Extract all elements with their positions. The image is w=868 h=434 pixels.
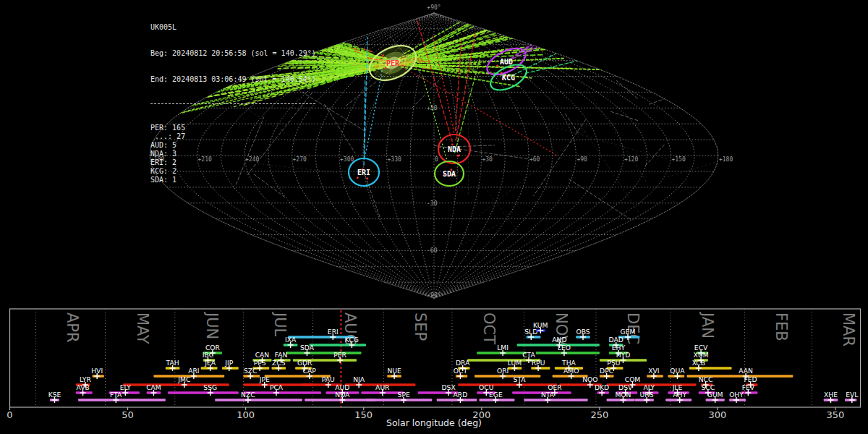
shower-label-SDA: SDA [300, 344, 315, 352]
shower-label-AHY: AHY [673, 391, 686, 399]
shower-label-SZC: SZC [244, 367, 258, 375]
shower-label-AMO: AMO [563, 367, 579, 375]
shower-label-LUM: LUM [508, 359, 522, 367]
shower-label-STA: STA [513, 375, 526, 383]
shower-label-IBC: IBC [203, 351, 213, 359]
shower-label-THA: THA [561, 359, 576, 367]
shower-label-CTA: CTA [522, 351, 535, 359]
shower-label-MON: MON [615, 391, 631, 399]
shower-label-DKD: DKD [595, 383, 609, 391]
shower-bar-ORI [475, 375, 540, 378]
shower-label-CAN: CAN [255, 351, 270, 359]
shower-label-JEA: JEA [204, 359, 216, 367]
shower-bar-ARD [437, 399, 477, 401]
shower-label-XCB: XCB [692, 359, 705, 367]
shower-label-NDA: NDA [335, 391, 350, 399]
shower-label-ARD: ARD [454, 391, 468, 399]
shower-bar-NTA [524, 399, 588, 401]
shower-label-JPE: JPE [259, 375, 270, 383]
shower-label-SPE: SPE [398, 391, 410, 399]
shower-label-RPU: RPU [532, 359, 545, 367]
shower-bars: ERISLDOBSGEMKUMIXAKCGANDDADCORSDALMILEOE… [48, 321, 859, 404]
svg-text:+30: +30 [427, 105, 438, 111]
meteor-analysis-screen: +180+150+120+90+60+300+330+300+270+240+2… [0, 0, 868, 434]
shower-label-NCC: NCC [699, 375, 713, 383]
shower-label-FEV: FEV [742, 383, 755, 391]
shower-label-NUE: NUE [387, 367, 401, 375]
shower-label-CAM: CAM [146, 383, 161, 391]
shower-label-IXA: IXA [285, 336, 297, 344]
begin-time: Beg: 20240812 20:56:58 (sol = 140.29°) [150, 49, 316, 58]
svg-text:+90°: +90° [427, 4, 441, 11]
station-id: UK005L [150, 23, 316, 32]
shower-label-DAD: DAD [609, 336, 624, 344]
shower-label-HYD: HYD [616, 351, 631, 359]
shower-bar-SPE [366, 399, 432, 401]
shower-label-NOO: NOO [582, 375, 597, 383]
svg-text:0: 0 [435, 156, 438, 163]
shower-bar-STA [458, 383, 557, 386]
radiant-label-SDA: SDA [443, 170, 456, 178]
shower-label-ARI: ARI [188, 367, 199, 375]
shower-label-DPC: DPC [600, 367, 613, 375]
shower-bar-DSX [418, 391, 458, 394]
x-tick-label: 300 [709, 409, 727, 420]
x-tick-label: 50 [122, 409, 134, 420]
x-tick-label: 100 [237, 409, 255, 420]
shower-label-SSG: SSG [203, 383, 217, 391]
shower-label-URS: URS [640, 391, 654, 399]
shower-label-QUA: QUA [670, 367, 685, 375]
month-label-MAR: MAR [840, 312, 857, 346]
month-label-MAY: MAY [134, 312, 151, 344]
shower-bar-CAP [265, 375, 331, 378]
svg-text:-90°: -90° [427, 292, 441, 299]
radiant-label-PER: PER [386, 59, 400, 67]
shower-label-KUM: KUM [533, 321, 548, 329]
month-label-FEB: FEB [773, 312, 790, 341]
svg-text:+60: +60 [529, 156, 540, 163]
shower-label-HVI: HVI [91, 367, 103, 375]
svg-text:-60: -60 [427, 247, 438, 254]
shower-count-row: AUD: 5 [150, 141, 316, 150]
svg-text:+330: +330 [388, 156, 401, 163]
shower-label-ERI: ERI [328, 328, 339, 336]
activity-timeline: APRMAYJUNJULAUGSEPOCTNOVDECJANFEBMARERIS… [0, 304, 868, 434]
observation-header: UK005L Beg: 20240812 20:56:58 (sol = 140… [150, 6, 316, 202]
shower-label-OCT: OCT [454, 367, 468, 375]
svg-text:+90: +90 [576, 156, 587, 163]
shower-count-row: KCG: 2 [150, 167, 316, 176]
x-tick-label: 0 [7, 409, 12, 420]
shower-label-NTA: NTA [541, 391, 555, 399]
shower-label-PER: PER [333, 351, 346, 359]
radiant-label-ERI: ERI [357, 169, 370, 176]
shower-label-LYR: LYR [80, 375, 92, 383]
shower-label-EGE: EGE [489, 391, 503, 399]
end-time: End: 20240813 03:06:49 (sol = 140.54°) [150, 75, 316, 84]
legend-separator [150, 103, 315, 104]
shower-label-GDR: GDR [297, 359, 312, 367]
shower-label-NIA: NIA [353, 375, 365, 383]
shower-bar-NZC [215, 399, 302, 401]
shower-bar-XCB [689, 367, 732, 370]
shower-count-row: ERI: 2 [150, 158, 316, 167]
shower-count-row: PER: 165 [150, 124, 316, 132]
shower-label-GUM: GUM [707, 391, 723, 399]
month-label-JUL: JUL [271, 311, 289, 337]
shower-label-FED: FED [744, 375, 757, 383]
shower-label-OHY: OHY [729, 391, 744, 399]
month-label-JAN: JAN [699, 311, 716, 339]
shower-bar-FTA [78, 399, 166, 401]
shower-label-AUR: AUR [375, 383, 390, 391]
shower-label-KSE: KSE [48, 391, 61, 399]
shower-label-LEO: LEO [558, 344, 571, 352]
radiant-label-KCG: KCG [502, 74, 515, 82]
shower-label-OBS: OBS [576, 328, 590, 336]
svg-text:+30: +30 [482, 156, 493, 163]
shower-label-PSU: PSU [607, 359, 620, 367]
shower-count-row: SDA: 1 [150, 176, 316, 184]
shower-label-XVI: XVI [648, 367, 659, 375]
x-axis-title: Solar longitude (deg) [386, 417, 482, 428]
shower-label-AND: AND [552, 336, 566, 344]
shower-label-PAU: PAU [322, 375, 335, 383]
shower-label-FTA: FTA [110, 391, 122, 399]
